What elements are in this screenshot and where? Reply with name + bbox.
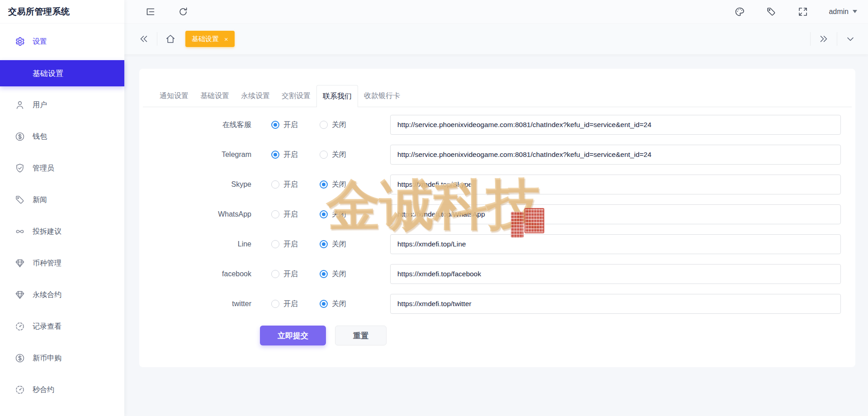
contact-url-input[interactable] xyxy=(390,175,841,194)
radio-off-label: 关闭 xyxy=(332,299,346,309)
sidebar-item-label: 新币申购 xyxy=(33,354,61,363)
sidebar-item-3[interactable]: 钱包 xyxy=(0,121,124,152)
home-icon[interactable] xyxy=(165,33,176,45)
sidebar-item-10[interactable]: 新币申购 xyxy=(0,342,124,374)
palette-icon[interactable] xyxy=(734,6,745,18)
sidebar-item-7[interactable]: 币种管理 xyxy=(0,247,124,279)
sidebar-item-11[interactable]: 秒合约 xyxy=(0,374,124,406)
tag-basic-settings[interactable]: 基础设置 × xyxy=(185,31,235,47)
sidebar-item-4[interactable]: 管理员 xyxy=(0,152,124,184)
radio-on[interactable]: 开启 xyxy=(271,269,298,279)
sidebar-item-8[interactable]: 永续合约 xyxy=(0,279,124,311)
sidebar-item-6[interactable]: 投拆建议 xyxy=(0,216,124,247)
radio-on[interactable]: 开启 xyxy=(271,210,298,219)
clock-dashed-icon xyxy=(14,384,25,395)
tab-5[interactable]: 收款银行卡 xyxy=(358,85,406,107)
top-header: admin xyxy=(124,0,868,24)
reset-button[interactable]: 重置 xyxy=(335,326,387,345)
row-radio-group: 开启 关闭 xyxy=(262,120,390,130)
caret-down-icon xyxy=(853,10,857,13)
header-right-icons xyxy=(734,6,809,18)
radio-off[interactable]: 关闭 xyxy=(320,240,346,249)
tab-0[interactable]: 通知设置 xyxy=(154,85,194,107)
radio-off-circle xyxy=(320,210,328,218)
radio-off-circle xyxy=(320,121,328,129)
radio-on-circle xyxy=(271,270,279,278)
contact-url-input[interactable] xyxy=(390,234,841,254)
sidebar-item-label: 永续合约 xyxy=(33,290,61,300)
radio-on-label: 开启 xyxy=(283,269,298,279)
tab-3[interactable]: 交割设置 xyxy=(276,85,316,107)
radio-off[interactable]: 关闭 xyxy=(320,210,346,219)
refresh-icon[interactable] xyxy=(177,6,189,18)
shield-check-icon xyxy=(14,163,25,174)
row-radio-group: 开启 关闭 xyxy=(262,269,390,279)
radio-off[interactable]: 关闭 xyxy=(320,180,346,189)
contact-url-input[interactable] xyxy=(390,294,841,314)
menu-collapse-icon[interactable] xyxy=(145,6,156,18)
contact-url-input[interactable] xyxy=(390,115,841,135)
double-chevron-left-icon[interactable] xyxy=(138,33,150,45)
tab-label: 联系我们 xyxy=(323,92,352,101)
sidebar-item-5[interactable]: 新闻 xyxy=(0,184,124,216)
sidebar-item-label: 管理员 xyxy=(33,164,54,173)
form-buttons: 立即提交 重置 xyxy=(143,326,852,345)
radio-on[interactable]: 开启 xyxy=(271,150,298,160)
radio-on[interactable]: 开启 xyxy=(271,120,298,130)
radio-on-circle xyxy=(271,240,279,248)
sidebar-item-label: 设置 xyxy=(33,37,47,47)
contact-form-row: 在线客服 开启 关闭 xyxy=(154,115,841,135)
radio-off-circle xyxy=(320,240,328,248)
clock-dashed-icon xyxy=(14,321,25,332)
dollar-circle-icon xyxy=(14,353,25,364)
radio-off-label: 关闭 xyxy=(332,180,346,189)
radio-on-circle xyxy=(271,151,279,159)
tab-label: 基础设置 xyxy=(200,91,229,101)
contact-form: 在线客服 开启 关闭 Telegram 开启 关闭 Skype xyxy=(143,115,852,314)
fullscreen-icon[interactable] xyxy=(797,6,809,18)
dollar-circle-icon xyxy=(14,131,25,142)
radio-off-circle xyxy=(320,151,328,159)
tab-2[interactable]: 永续设置 xyxy=(235,85,276,107)
row-radio-group: 开启 关闭 xyxy=(262,210,390,219)
sidebar-item-9[interactable]: 记录查看 xyxy=(0,311,124,342)
sidebar-item-label: 投拆建议 xyxy=(33,227,61,236)
row-radio-group: 开启 关闭 xyxy=(262,150,390,160)
close-icon[interactable]: × xyxy=(224,36,228,43)
settings-tabs: 通知设置基础设置永续设置交割设置联系我们收款银行卡 xyxy=(143,85,852,107)
radio-on-label: 开启 xyxy=(283,210,298,219)
sidebar-item-label: 基础设置 xyxy=(33,68,63,79)
sidebar-item-0[interactable]: 设置 xyxy=(0,26,124,57)
contact-url-input[interactable] xyxy=(390,204,841,224)
radio-off-label: 关闭 xyxy=(332,150,346,160)
radio-off[interactable]: 关闭 xyxy=(320,299,346,309)
radio-off[interactable]: 关闭 xyxy=(320,150,346,160)
radio-on[interactable]: 开启 xyxy=(271,240,298,249)
radio-off[interactable]: 关闭 xyxy=(320,120,346,130)
radio-off[interactable]: 关闭 xyxy=(320,269,346,279)
double-chevron-right-icon[interactable] xyxy=(818,33,830,45)
chevron-down-icon[interactable] xyxy=(844,33,856,45)
sidebar: 交易所管理系统 设置基础设置用户钱包管理员新闻投拆建议币种管理永续合约记录查看新… xyxy=(0,0,124,416)
tag-icon[interactable] xyxy=(765,6,777,18)
radio-off-circle xyxy=(320,270,328,278)
contact-url-input[interactable] xyxy=(390,264,841,284)
sidebar-item-2[interactable]: 用户 xyxy=(0,89,124,121)
user-menu[interactable]: admin xyxy=(829,8,857,16)
tab-1[interactable]: 基础设置 xyxy=(194,85,235,107)
radio-on[interactable]: 开启 xyxy=(271,299,298,309)
tab-label: 交割设置 xyxy=(282,91,311,101)
contact-form-row: Skype 开启 关闭 xyxy=(154,175,841,194)
sidebar-item-12[interactable]: 借贷 xyxy=(0,406,124,416)
submit-button[interactable]: 立即提交 xyxy=(260,326,326,345)
row-radio-group: 开启 关闭 xyxy=(262,180,390,189)
radio-on-label: 开启 xyxy=(283,180,298,189)
settings-card: 通知设置基础设置永续设置交割设置联系我们收款银行卡 在线客服 开启 关闭 Tel… xyxy=(139,69,855,367)
tab-4[interactable]: 联系我们 xyxy=(316,85,358,107)
radio-on-circle xyxy=(271,121,279,129)
radio-on[interactable]: 开启 xyxy=(271,180,298,189)
sidebar-subitem-1[interactable]: 基础设置 xyxy=(0,57,124,89)
main-area: admin 基础设置 × 通知设置基础设置永续设置交割设置联系我们收款银行卡 在… xyxy=(124,0,868,416)
divider xyxy=(810,32,811,46)
contact-url-input[interactable] xyxy=(390,145,841,165)
